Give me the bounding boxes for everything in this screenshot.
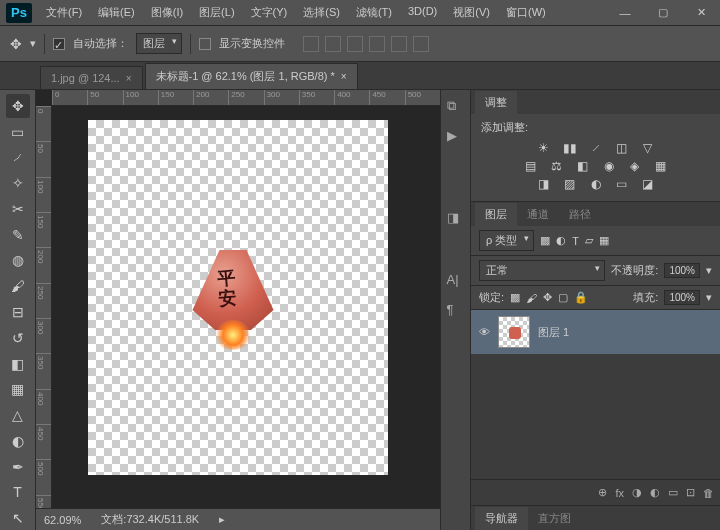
- blend-mode[interactable]: 正常: [479, 260, 605, 281]
- align-left-icon[interactable]: [369, 36, 385, 52]
- lock-transparency-icon[interactable]: ▩: [510, 291, 520, 304]
- lasso-tool[interactable]: ⟋: [6, 146, 30, 170]
- filter-type-icon[interactable]: T: [572, 235, 579, 247]
- filter-pixel-icon[interactable]: ▩: [540, 234, 550, 247]
- type-tool[interactable]: T: [6, 480, 30, 504]
- layer-kind-filter[interactable]: ρ 类型: [479, 230, 534, 251]
- new-layer-icon[interactable]: ⊡: [686, 486, 695, 499]
- threshold-icon[interactable]: ◐: [587, 177, 605, 191]
- histogram-tab[interactable]: 直方图: [528, 507, 581, 530]
- chevron-down-icon[interactable]: ▾: [706, 264, 712, 277]
- zoom-level[interactable]: 62.09%: [44, 514, 81, 526]
- filter-smart-icon[interactable]: ▦: [599, 234, 609, 247]
- pen-tool[interactable]: ✒: [6, 455, 30, 479]
- photo-filter-icon[interactable]: ◉: [600, 159, 618, 173]
- invert-icon[interactable]: ◨: [535, 177, 553, 191]
- levels-icon[interactable]: ▮▮: [561, 141, 579, 155]
- window-maximize[interactable]: ▢: [648, 3, 678, 23]
- eyedropper-tool[interactable]: ✎: [6, 223, 30, 247]
- menu-edit[interactable]: 编辑(E): [90, 1, 143, 24]
- bw-icon[interactable]: ◧: [574, 159, 592, 173]
- marquee-tool[interactable]: ▭: [6, 120, 30, 144]
- align-hcenter-icon[interactable]: [391, 36, 407, 52]
- exposure-icon[interactable]: ◫: [613, 141, 631, 155]
- wand-tool[interactable]: ✧: [6, 171, 30, 195]
- align-right-icon[interactable]: [413, 36, 429, 52]
- gradient-tool[interactable]: ▦: [6, 377, 30, 401]
- posterize-icon[interactable]: ▨: [561, 177, 579, 191]
- menu-filter[interactable]: 滤镜(T): [348, 1, 400, 24]
- chevron-right-icon[interactable]: ▸: [219, 513, 225, 526]
- eraser-tool[interactable]: ◧: [6, 352, 30, 376]
- close-icon[interactable]: ×: [126, 73, 132, 84]
- hue-icon[interactable]: ▤: [522, 159, 540, 173]
- show-transform-checkbox[interactable]: [199, 38, 211, 50]
- layers-tab[interactable]: 图层: [475, 203, 517, 226]
- group-icon[interactable]: ▭: [668, 486, 678, 499]
- window-close[interactable]: ✕: [686, 3, 716, 23]
- move-tool[interactable]: ✥: [6, 94, 30, 118]
- lock-position-icon[interactable]: ✥: [543, 291, 552, 304]
- filter-adjust-icon[interactable]: ◐: [556, 234, 566, 247]
- document-tab[interactable]: 1.jpg @ 124... ×: [40, 66, 143, 89]
- swatches-panel-icon[interactable]: ◨: [447, 210, 465, 228]
- chevron-down-icon[interactable]: ▾: [706, 291, 712, 304]
- mask-icon[interactable]: ◑: [632, 486, 642, 499]
- fill-value[interactable]: 100%: [664, 290, 700, 305]
- blur-tool[interactable]: △: [6, 403, 30, 427]
- menu-window[interactable]: 窗口(W): [498, 1, 554, 24]
- brightness-icon[interactable]: ☀: [535, 141, 553, 155]
- close-icon[interactable]: ×: [341, 71, 347, 82]
- channels-tab[interactable]: 通道: [517, 203, 559, 226]
- vibrance-icon[interactable]: ▽: [639, 141, 657, 155]
- layer-thumbnail[interactable]: [498, 316, 530, 348]
- trash-icon[interactable]: 🗑: [703, 487, 714, 499]
- history-panel-icon[interactable]: ⧉: [447, 98, 465, 116]
- filter-shape-icon[interactable]: ▱: [585, 234, 593, 247]
- link-icon[interactable]: ⊕: [598, 486, 607, 499]
- canvas[interactable]: 平 安: [88, 120, 388, 475]
- navigator-tab[interactable]: 导航器: [475, 507, 528, 530]
- layer-item[interactable]: 👁 图层 1: [471, 310, 720, 354]
- window-minimize[interactable]: —: [610, 3, 640, 23]
- align-top-icon[interactable]: [303, 36, 319, 52]
- opacity-value[interactable]: 100%: [664, 263, 700, 278]
- menu-3d[interactable]: 3D(D): [400, 1, 445, 24]
- lock-all-icon[interactable]: 🔒: [574, 291, 588, 304]
- stamp-tool[interactable]: ⊟: [6, 300, 30, 324]
- adjustment-layer-icon[interactable]: ◐: [650, 486, 660, 499]
- lock-artboard-icon[interactable]: ▢: [558, 291, 568, 304]
- heal-tool[interactable]: ◍: [6, 249, 30, 273]
- layer-name[interactable]: 图层 1: [538, 325, 569, 340]
- crop-tool[interactable]: ✂: [6, 197, 30, 221]
- menu-type[interactable]: 文字(Y): [243, 1, 296, 24]
- curves-icon[interactable]: ⟋: [587, 141, 605, 155]
- menu-select[interactable]: 选择(S): [295, 1, 348, 24]
- menu-image[interactable]: 图像(I): [143, 1, 191, 24]
- history-brush-tool[interactable]: ↺: [6, 326, 30, 350]
- brush-tool[interactable]: 🖌: [6, 274, 30, 298]
- lock-pixels-icon[interactable]: 🖌: [526, 292, 537, 304]
- adjustments-tab[interactable]: 调整: [475, 91, 517, 114]
- lookup-icon[interactable]: ▦: [652, 159, 670, 173]
- dodge-tool[interactable]: ◐: [6, 429, 30, 453]
- menu-file[interactable]: 文件(F): [38, 1, 90, 24]
- paths-tab[interactable]: 路径: [559, 203, 601, 226]
- fx-icon[interactable]: fx: [615, 487, 624, 499]
- document-tab-active[interactable]: 未标题-1 @ 62.1% (图层 1, RGB/8) * ×: [145, 63, 358, 89]
- align-bottom-icon[interactable]: [347, 36, 363, 52]
- auto-select-target[interactable]: 图层: [136, 33, 182, 54]
- channel-mixer-icon[interactable]: ◈: [626, 159, 644, 173]
- character-panel-icon[interactable]: A|: [447, 272, 465, 290]
- visibility-icon[interactable]: 👁: [479, 326, 490, 338]
- auto-select-checkbox[interactable]: ✓: [53, 38, 65, 50]
- balance-icon[interactable]: ⚖: [548, 159, 566, 173]
- path-tool[interactable]: ↖: [6, 506, 30, 530]
- menu-layer[interactable]: 图层(L): [191, 1, 242, 24]
- menu-view[interactable]: 视图(V): [445, 1, 498, 24]
- chevron-down-icon[interactable]: ▾: [30, 37, 36, 50]
- paragraph-panel-icon[interactable]: ¶: [447, 302, 465, 320]
- selective-icon[interactable]: ◪: [639, 177, 657, 191]
- actions-panel-icon[interactable]: ▶: [447, 128, 465, 146]
- align-vcenter-icon[interactable]: [325, 36, 341, 52]
